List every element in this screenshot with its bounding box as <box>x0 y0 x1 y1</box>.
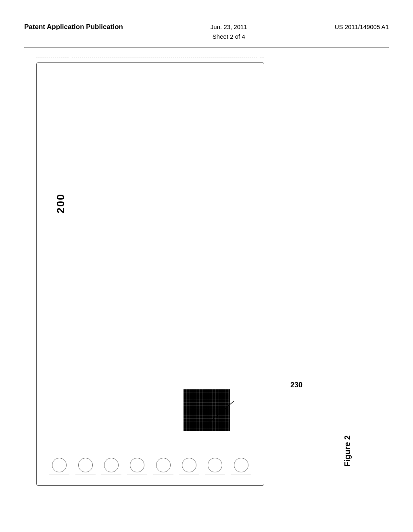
circle-7 <box>208 458 222 472</box>
circle-item-7 <box>205 458 225 474</box>
header-divider <box>24 48 389 48</box>
qr-label-230: 230 <box>290 381 302 389</box>
circle-line-1 <box>49 474 69 474</box>
circle-1 <box>52 458 67 472</box>
circle-line-7 <box>205 474 225 474</box>
circle-item-8 <box>231 458 251 474</box>
circle-item-6 <box>179 458 199 474</box>
device-top-connectors <box>36 58 264 58</box>
circle-line-2 <box>75 474 96 474</box>
qr-code-image <box>184 389 230 431</box>
page-header: Patent Application Publication Jun. 23, … <box>0 22 413 42</box>
sheet-info: Sheet 2 of 4 <box>213 33 245 40</box>
figure-label: Figure 2 <box>343 435 352 467</box>
publication-date: Jun. 23, 2011 <box>211 23 247 30</box>
circle-item-1 <box>49 458 69 474</box>
circle-item-4 <box>127 458 147 474</box>
circle-5 <box>156 458 171 472</box>
bottom-circles-row <box>36 458 264 474</box>
circle-4 <box>130 458 144 472</box>
circle-6 <box>182 458 196 472</box>
qr-pattern <box>184 389 230 431</box>
circle-8 <box>234 458 248 472</box>
circle-item-2 <box>75 458 96 474</box>
circle-2 <box>78 458 93 472</box>
dashed-center <box>72 58 257 58</box>
circle-line-8 <box>231 474 251 474</box>
dashed-left <box>36 58 69 58</box>
publication-date-sheet: Jun. 23, 2011 Sheet 2 of 4 <box>211 22 247 42</box>
device-border <box>36 62 264 486</box>
circle-item-5 <box>153 458 173 474</box>
circle-line-4 <box>127 474 147 474</box>
circle-3 <box>104 458 119 472</box>
circle-line-3 <box>101 474 121 474</box>
circle-line-6 <box>179 474 199 474</box>
circle-line-5 <box>153 474 173 474</box>
publication-title: Patent Application Publication <box>24 22 123 32</box>
device-label-200: 200 <box>54 193 67 213</box>
patent-number: US 2011/149005 A1 <box>335 22 389 32</box>
device-diagram <box>36 62 264 486</box>
circle-item-3 <box>101 458 121 474</box>
dashed-right <box>260 58 264 58</box>
